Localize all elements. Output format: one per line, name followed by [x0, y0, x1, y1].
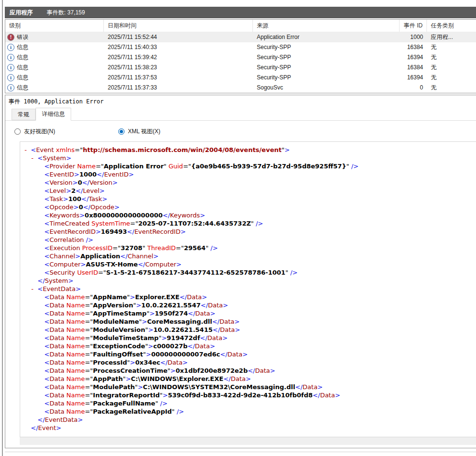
- xml-line: -<EventData>: [25, 285, 476, 293]
- level-cell: i信息: [5, 83, 104, 93]
- datetime-cell: 2025/7/11 15:39:42: [104, 52, 253, 63]
- level-cell: i信息: [5, 73, 104, 83]
- level-label: 信息: [17, 52, 28, 63]
- xml-line: <Data Name="ModuleTimeStamp">919472df</D…: [25, 334, 476, 342]
- task-category-cell: 无: [427, 73, 476, 83]
- xml-line: <EventRecordID>169493</EventRecordID>: [25, 228, 476, 236]
- info-icon: i: [7, 84, 14, 91]
- xml-line: <Data Name="AppTimeStamp">1950f274</Data…: [25, 309, 476, 317]
- source-cell: SogouSvc: [253, 83, 400, 93]
- xml-line: -<Event xmlns="http://schemas.microsoft.…: [25, 146, 476, 154]
- xml-line: <Version>0</Version>: [25, 178, 476, 187]
- xml-line: <Data Name="AppPath">C:\WINDOWS\Explorer…: [25, 375, 476, 383]
- event-table: 级别日期和时间来源事件 ID任务类别 !错误2025/7/11 15:52:44…: [5, 19, 476, 93]
- datetime-cell: 2025/7/11 15:37:53: [104, 73, 253, 83]
- xml-line: <Correlation />: [25, 236, 476, 244]
- datetime-cell: 2025/7/11 15:40:33: [104, 42, 253, 52]
- column-header-2[interactable]: 来源: [253, 20, 400, 32]
- radio-unselected-icon: [14, 128, 21, 135]
- column-header-4[interactable]: 任务类别: [427, 20, 476, 32]
- level-cell: i信息: [5, 52, 104, 63]
- task-category-cell: 无: [427, 83, 476, 93]
- task-category-cell: 应用程...: [427, 32, 476, 42]
- event-id-cell: 1000: [400, 32, 427, 42]
- event-id-cell: 16394: [400, 52, 427, 63]
- task-category-cell: 无: [427, 42, 476, 52]
- level-label: 信息: [17, 73, 28, 83]
- column-header-1[interactable]: 日期和时间: [104, 20, 253, 32]
- xml-line: <Security UserID="S-1-5-21-675186217-344…: [25, 268, 476, 277]
- xml-line: <Data Name="PackageFullName" />: [25, 399, 476, 407]
- datetime-cell: 2025/7/11 15:37:33: [104, 83, 253, 93]
- friendly-view-label: 友好视图(N): [24, 127, 55, 136]
- event-table-body: !错误2025/7/11 15:52:44Application Error10…: [5, 32, 476, 93]
- xml-line: <Data Name="ModuleVersion">10.0.22621.54…: [25, 326, 476, 334]
- xml-line: <Data Name="ExceptionCode">c000027b</Dat…: [25, 342, 476, 350]
- level-label: 信息: [17, 63, 28, 73]
- xml-line: <Data Name="AppVersion">10.0.22621.5547<…: [25, 301, 476, 309]
- event-table-header: 级别日期和时间来源事件 ID任务类别: [5, 20, 476, 32]
- xml-line: <Task>100</Task>: [25, 195, 476, 203]
- column-header-3[interactable]: 事件 ID: [400, 20, 427, 32]
- collapse-marker[interactable]: -: [25, 146, 27, 154]
- xml-view[interactable]: -<Event xmlns="http://schemas.microsoft.…: [20, 141, 476, 437]
- xml-line: <Data Name="ProcessCreationTime">0x1dbf2…: [25, 367, 476, 375]
- source-cell: Application Error: [253, 32, 400, 42]
- event-id-cell: 16384: [400, 63, 427, 73]
- xml-line: </Event>: [25, 424, 476, 432]
- tab-general[interactable]: 常规: [12, 109, 36, 120]
- datetime-cell: 2025/7/11 15:52:44: [104, 32, 253, 42]
- xml-line: <Provider Name="Application Error" Guid=…: [25, 162, 476, 170]
- details-tab-page: 友好视图(N) XML 视图(X) -<Event xmlns="http://…: [5, 121, 476, 445]
- view-mode-options: 友好视图(N) XML 视图(X): [5, 125, 476, 138]
- xml-line: <EventID>1000</EventID>: [25, 170, 476, 178]
- info-icon: i: [7, 64, 14, 71]
- log-header-bar: 应用程序 事件数: 37,159: [5, 7, 476, 18]
- xml-line: </System>: [25, 277, 476, 285]
- level-cell: i信息: [5, 42, 104, 52]
- collapse-marker[interactable]: -: [31, 285, 34, 293]
- info-icon: i: [7, 54, 14, 61]
- event-row[interactable]: i信息2025/7/11 15:37:33SogouSvc0无: [5, 83, 476, 93]
- error-icon: !: [7, 34, 14, 41]
- xml-line: <Data Name="ModulePath">C:\WINDOWS\SYSTE…: [25, 383, 476, 391]
- event-row[interactable]: i信息2025/7/11 15:39:42Security-SPP16394无: [5, 52, 476, 63]
- event-viewer-pane: 应用程序 事件数: 37,159 级别日期和时间来源事件 ID任务类别 !错误2…: [5, 0, 476, 456]
- xml-line: <Channel>Application</Channel>: [25, 252, 476, 260]
- xml-line: <Data Name="FaultingOffset">000000000007…: [25, 350, 476, 358]
- friendly-view-radio[interactable]: 友好视图(N): [14, 127, 118, 136]
- collapse-marker[interactable]: -: [31, 154, 34, 162]
- level-label: 信息: [17, 83, 28, 93]
- task-category-cell: 无: [427, 52, 476, 63]
- event-row[interactable]: i信息2025/7/11 15:38:23Security-SPP16384无: [5, 63, 476, 73]
- xml-line: <Computer>ASUS-TX-Home</Computer>: [25, 260, 476, 268]
- xml-line: <Execution ProcessID="32708" ThreadID="2…: [25, 244, 476, 252]
- level-label: 错误: [17, 32, 28, 42]
- event-id-cell: 16384: [400, 42, 427, 52]
- xml-line: <TimeCreated SystemTime="2025-07-11T07:5…: [25, 219, 476, 228]
- event-id-cell: 16394: [400, 73, 427, 83]
- horizontal-scrollbar[interactable]: [20, 437, 476, 445]
- column-header-0[interactable]: 级别: [5, 20, 104, 32]
- event-row[interactable]: i信息2025/7/11 15:40:33Security-SPP16384无: [5, 42, 476, 52]
- xml-view-label: XML 视图(X): [128, 127, 161, 136]
- source-cell: Security-SPP: [253, 63, 400, 73]
- xml-line: <Data Name="ProcessId">0x34ec</Data>: [25, 358, 476, 367]
- xml-view-radio[interactable]: XML 视图(X): [118, 127, 161, 136]
- event-row[interactable]: !错误2025/7/11 15:52:44Application Error10…: [5, 32, 476, 42]
- datetime-cell: 2025/7/11 15:38:23: [104, 63, 253, 73]
- level-label: 信息: [17, 42, 28, 52]
- source-cell: Security-SPP: [253, 52, 400, 63]
- xml-line: <Data Name="AppName">Explorer.EXE</Data>: [25, 293, 476, 301]
- level-cell: !错误: [5, 32, 104, 42]
- xml-line: <Data Name="PackageRelativeAppId" />: [25, 407, 476, 416]
- xml-line: <Level>2</Level>: [25, 187, 476, 195]
- tab-details[interactable]: 详细信息: [36, 108, 71, 121]
- log-name: 应用程序: [10, 9, 33, 16]
- xml-line: <Data Name="ModuleName">CoreMessaging.dl…: [25, 317, 476, 326]
- xml-line: <Opcode>0</Opcode>: [25, 203, 476, 211]
- info-icon: i: [7, 74, 14, 81]
- event-row[interactable]: i信息2025/7/11 15:37:53Security-SPP16394无: [5, 73, 476, 83]
- window-frame-edge: [2, 0, 3, 456]
- source-cell: Security-SPP: [253, 42, 400, 52]
